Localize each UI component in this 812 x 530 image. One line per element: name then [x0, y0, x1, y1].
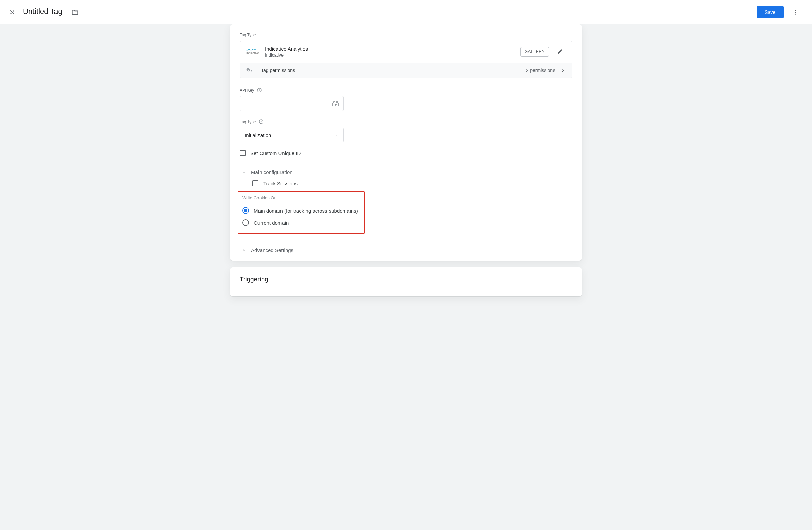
tag-type-section-label: Tag Type	[240, 32, 572, 37]
write-cookies-label: Write Cookies On	[242, 195, 360, 200]
api-key-input[interactable]	[240, 96, 328, 111]
gallery-badge[interactable]: Gallery	[520, 47, 549, 57]
track-sessions-label: Track Sessions	[263, 181, 298, 186]
radio-main-domain-label: Main domain (for tracking across subdoma…	[254, 208, 358, 214]
chevron-right-icon	[560, 67, 566, 73]
advanced-settings-label: Advanced Settings	[251, 247, 293, 253]
triggering-title: Triggering	[240, 275, 572, 283]
tag-type-select[interactable]: Initialization	[240, 128, 344, 143]
help-icon[interactable]: ?	[257, 88, 262, 93]
svg-point-0	[795, 10, 796, 11]
tag-type-select-value: Initialization	[245, 132, 271, 138]
chevron-down-icon	[242, 170, 246, 175]
chevron-right-icon	[242, 248, 246, 253]
radio-current-domain-label: Current domain	[254, 220, 289, 226]
tag-type-name: Indicative Analytics	[265, 46, 520, 52]
svg-rect-7	[336, 102, 338, 103]
svg-point-1	[795, 12, 796, 13]
more-menu-button[interactable]	[788, 4, 804, 20]
tag-type-select-label: Tag Type ?	[240, 119, 572, 124]
caret-down-icon	[335, 133, 339, 137]
radio-main-domain[interactable]: Main domain (for tracking across subdoma…	[242, 204, 360, 217]
write-cookies-highlight: Write Cookies On Main domain (for tracki…	[237, 191, 365, 233]
svg-rect-6	[334, 102, 335, 103]
triggering-card[interactable]: Triggering	[230, 267, 582, 297]
radio-current-domain[interactable]: Current domain	[242, 217, 360, 229]
choose-folder-button[interactable]	[67, 4, 83, 20]
close-icon	[9, 9, 15, 15]
top-bar: Untitled Tag Save	[0, 0, 812, 24]
tag-config-card: Tag Type indicative Indicative Analytics…	[230, 24, 582, 261]
radio-icon	[242, 207, 249, 214]
tag-permissions-count: 2 permissions	[526, 68, 555, 73]
svg-text:?: ?	[261, 120, 262, 123]
radio-icon	[242, 219, 249, 226]
key-icon	[246, 67, 253, 74]
tag-title-input[interactable]: Untitled Tag	[23, 6, 63, 18]
insert-variable-button[interactable]	[328, 96, 344, 111]
kebab-icon	[793, 9, 799, 15]
lego-brick-icon	[332, 101, 339, 106]
svg-point-2	[795, 13, 796, 14]
checkbox-icon	[252, 181, 259, 186]
main-configuration-header[interactable]: Main configuration	[230, 163, 582, 181]
save-button[interactable]: Save	[756, 6, 784, 18]
track-sessions-checkbox[interactable]: Track Sessions	[252, 181, 572, 191]
close-button[interactable]	[4, 4, 20, 20]
help-icon[interactable]: ?	[259, 119, 264, 124]
folder-icon	[71, 9, 79, 16]
checkbox-icon	[240, 150, 246, 156]
tag-type-vendor: Indicative	[265, 53, 520, 58]
main-configuration-label: Main configuration	[251, 169, 293, 175]
tag-type-panel: indicative Indicative Analytics Indicati…	[240, 41, 572, 78]
tag-vendor-logo: indicative	[246, 48, 260, 56]
tag-permissions-label: Tag permissions	[261, 68, 526, 73]
tag-type-row: indicative Indicative Analytics Indicati…	[240, 41, 572, 62]
svg-text:?: ?	[259, 89, 260, 92]
set-custom-unique-id-label: Set Custom Unique ID	[250, 150, 301, 156]
api-key-input-group	[240, 96, 572, 111]
tag-permissions-row[interactable]: Tag permissions 2 permissions	[240, 62, 572, 78]
edit-tag-type-button[interactable]	[554, 46, 566, 58]
pencil-icon	[557, 49, 563, 55]
advanced-settings-header[interactable]: Advanced Settings	[230, 240, 582, 254]
api-key-label: API Key ?	[240, 88, 572, 93]
set-custom-unique-id-checkbox[interactable]: Set Custom Unique ID	[240, 150, 572, 156]
